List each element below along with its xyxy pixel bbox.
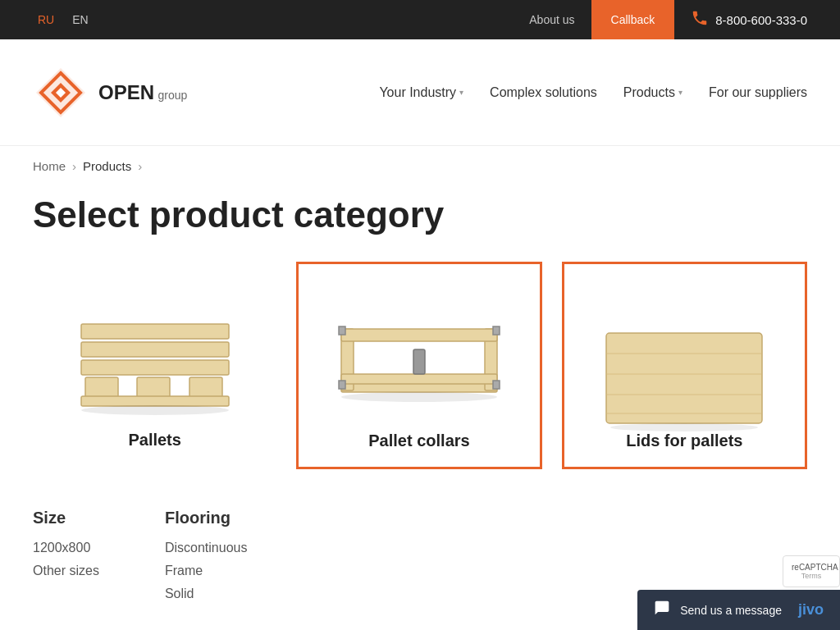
svg-rect-22 <box>606 333 762 423</box>
logo[interactable]: OPEN group <box>33 65 187 121</box>
jivo-logo: jivo <box>798 601 824 619</box>
svg-rect-3 <box>81 324 229 339</box>
filter-flooring-list: Discontinuous Frame Solid <box>165 541 248 601</box>
svg-rect-17 <box>493 326 500 335</box>
svg-point-10 <box>81 405 229 415</box>
filter-flooring-title: Flooring <box>165 509 248 527</box>
svg-rect-5 <box>81 360 229 375</box>
lang-ru-button[interactable]: RU <box>33 10 59 30</box>
product-pallets-label: Pallets <box>128 431 180 450</box>
chevron-down-icon: ▾ <box>678 88 682 97</box>
filter-size: Size 1200x800 Other sizes <box>33 509 99 601</box>
product-card-pallets[interactable]: Pallets <box>33 262 276 469</box>
filter-flooring-item: Discontinuous <box>165 541 248 555</box>
svg-rect-8 <box>189 377 222 398</box>
product-card-lids[interactable]: Lids for pallets <box>562 262 807 469</box>
lang-en-button[interactable]: EN <box>67 10 93 30</box>
svg-rect-15 <box>341 374 497 384</box>
svg-rect-4 <box>81 342 229 357</box>
breadcrumb-sep-2: › <box>138 159 142 173</box>
filters: Size 1200x800 Other sizes Flooring Disco… <box>33 509 807 601</box>
product-pallet-collars-label: Pallet collars <box>368 431 469 450</box>
breadcrumb-home[interactable]: Home <box>33 159 66 173</box>
filter-size-item: 1200x800 <box>33 541 99 555</box>
nav-products[interactable]: Products ▾ <box>623 85 682 100</box>
filter-size-list: 1200x800 Other sizes <box>33 541 99 578</box>
svg-rect-19 <box>493 381 500 389</box>
filter-size-item: Other sizes <box>33 564 99 578</box>
page-title: Select product category <box>33 194 807 235</box>
chevron-down-icon: ▾ <box>459 88 463 97</box>
header: OPEN group Your Industry ▾ Complex solut… <box>0 39 840 146</box>
filter-flooring-frame[interactable]: Frame <box>165 564 203 578</box>
filter-flooring-item: Frame <box>165 564 248 578</box>
lang-group: RU EN <box>33 10 94 30</box>
filter-size-other[interactable]: Other sizes <box>33 564 99 578</box>
product-card-pallet-collars[interactable]: Pallet collars <box>296 262 541 469</box>
jivo-chat-bar[interactable]: Send us a message jivo <box>637 590 840 630</box>
main-nav: Your Industry ▾ Complex solutions Produc… <box>379 85 807 100</box>
logo-text: OPEN group <box>98 81 187 104</box>
svg-rect-7 <box>137 377 170 398</box>
filter-flooring-item: Solid <box>165 587 248 601</box>
filter-size-title: Size <box>33 509 99 527</box>
svg-rect-18 <box>339 381 345 389</box>
about-link[interactable]: About us <box>529 13 574 26</box>
phone-group: 8-800-600-333-0 <box>691 9 807 31</box>
filter-flooring-solid[interactable]: Solid <box>165 587 194 600</box>
filter-flooring: Flooring Discontinuous Frame Solid <box>165 509 248 601</box>
main-content: Select product category <box>0 186 840 630</box>
recaptcha-badge: reCAPTCHA Terms <box>783 555 840 587</box>
message-icon <box>654 600 670 620</box>
svg-point-27 <box>610 423 758 431</box>
jivo-label: Send us a message <box>680 604 782 617</box>
phone-icon <box>691 9 709 31</box>
breadcrumb: Home › Products › <box>0 146 840 186</box>
filter-flooring-discontinuous[interactable]: Discontinuous <box>165 541 248 555</box>
callback-button[interactable]: Callback <box>591 0 675 39</box>
top-bar: RU EN About us Callback 8-800-600-333-0 <box>0 0 840 39</box>
filter-size-1200x800[interactable]: 1200x800 <box>33 541 90 555</box>
svg-rect-14 <box>341 329 497 341</box>
svg-rect-9 <box>81 396 229 406</box>
svg-rect-20 <box>413 349 425 374</box>
nav-your-industry[interactable]: Your Industry ▾ <box>379 85 463 100</box>
svg-point-21 <box>341 392 497 402</box>
nav-complex-solutions[interactable]: Complex solutions <box>490 85 597 100</box>
breadcrumb-sep-1: › <box>72 159 76 173</box>
breadcrumb-products: Products <box>83 159 131 173</box>
nav-for-suppliers[interactable]: For our suppliers <box>709 85 807 100</box>
svg-rect-6 <box>85 377 118 398</box>
product-lids-label: Lids for pallets <box>626 431 742 450</box>
svg-rect-16 <box>339 326 345 335</box>
phone-number[interactable]: 8-800-600-333-0 <box>715 13 807 27</box>
product-grid: Pallets <box>33 262 807 469</box>
